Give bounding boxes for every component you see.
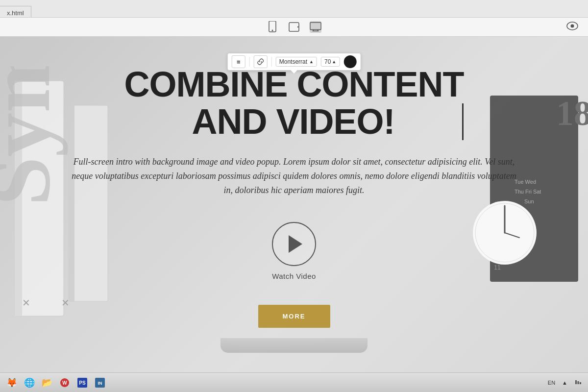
language-indicator[interactable]: EN [546,380,557,386]
taskbar-item-app1[interactable]: W [57,375,73,390]
svg-rect-31 [578,381,579,384]
browser-toolbar [0,17,588,37]
preview-eye-icon[interactable] [566,22,578,33]
play-circle[interactable] [272,222,316,266]
svg-text:PS: PS [79,380,86,386]
taskbar-item-app2[interactable]: PS [74,375,90,390]
color-picker-button[interactable] [343,55,356,68]
font-arrow-icon: ▲ [309,59,314,64]
toolbar-separator [249,57,250,67]
hero-description-text: Full-screen intro with background image … [72,157,516,195]
tablet-device-icon[interactable] [288,21,300,33]
more-button[interactable]: MORE [258,305,330,328]
hero-title: COMBINE CONTENT and VIDEO! [124,66,464,140]
main-content: Symbol ✕ ✕ 18 Tue Wed Thu Fri Sat Sun 11… [0,37,588,392]
align-button[interactable]: ≡ [232,55,245,68]
svg-point-3 [297,26,298,27]
svg-rect-30 [575,380,577,384]
taskbar: 🦊 🌐 📂 W PS IN EN ▲ [0,372,588,392]
link-icon [257,58,264,65]
taskbar-item-browser[interactable]: 🌐 [22,375,37,390]
play-triangle-icon [289,235,302,253]
svg-rect-4 [310,23,321,30]
font-size-label: 70 [324,58,331,65]
watch-video-button[interactable]: Watch Video [272,222,316,280]
watch-video-label: Watch Video [272,272,316,280]
toolbar-separator-2 [271,57,272,67]
font-size-selector[interactable]: 70 ▲ [321,57,340,67]
link-button[interactable] [254,55,268,68]
taskbar-item-firefox[interactable]: 🦊 [4,375,20,390]
hero-section: COMBINE CONTENT and VIDEO! Full-screen i… [0,37,588,392]
hero-title-line2: and VIDEO! [124,103,464,141]
desktop-device-icon[interactable] [310,21,321,33]
taskbar-item-filezilla[interactable]: 📂 [39,375,55,390]
browser-chrome: x.html [0,0,588,37]
tab-label: x.html [7,9,24,17]
taskbar-arrow[interactable]: ▲ [560,380,569,386]
hero-description: Full-screen intro with background image … [69,155,519,197]
size-arrow-icon: ▲ [332,59,336,64]
svg-text:IN: IN [98,381,102,386]
taskbar-right-section: EN ▲ [546,378,584,387]
svg-text:W: W [62,380,67,386]
align-icon: ≡ [237,58,241,66]
taskbar-item-app3[interactable]: IN [92,375,108,390]
format-toolbar: ≡ Montserrat ▲ 70 ▲ [227,53,361,71]
hero-title-line2-text: and VIDEO! [124,103,464,141]
more-button-label: MORE [283,313,306,320]
svg-point-6 [571,24,574,27]
mobile-device-icon[interactable] [267,21,278,33]
network-icon [572,378,584,387]
svg-rect-32 [580,382,581,384]
font-name-label: Montserrat [279,58,307,65]
svg-point-1 [272,30,273,31]
font-selector[interactable]: Montserrat ▲ [276,57,317,67]
